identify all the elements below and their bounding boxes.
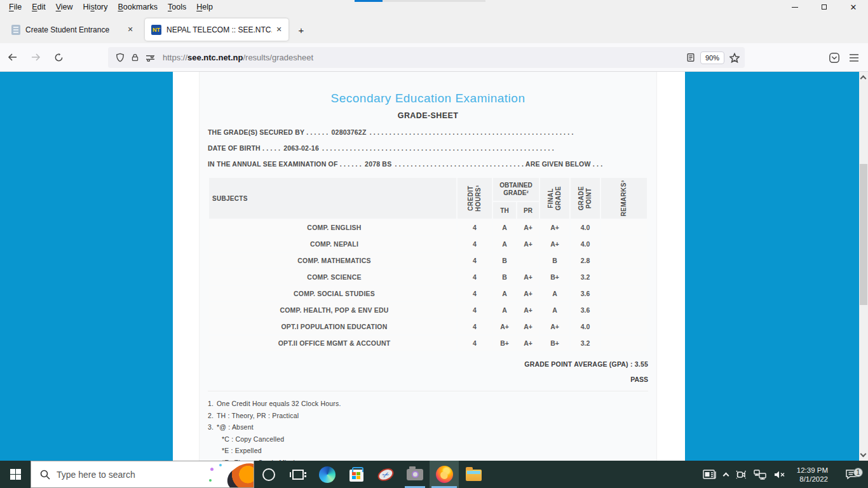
menu-file[interactable]: File [4,1,27,13]
symbol-number-value: 02803762Z [330,128,368,136]
gradesheet-card: Secondary Education Examination GRADE-SH… [199,72,657,461]
nt-favicon-icon: NT [151,25,161,35]
url-path: /results/gradesheet [243,53,313,62]
file-explorer-icon [466,470,482,481]
back-button[interactable] [3,47,23,67]
search-icon [40,470,50,480]
snipping-tool-button[interactable]: ✂ [371,461,400,488]
info-line-symbol-number: THE GRADE(S) SECURED BY . . . . . . 0280… [208,128,648,136]
restore-button[interactable] [810,0,839,14]
table-row: COMP. ENGLISH4AA+A+4.0 [209,220,647,235]
file-explorer-button[interactable] [459,461,488,488]
menu-edit[interactable]: Edit [27,1,51,13]
page-background: Secondary Education Examination GRADE-SH… [173,72,685,461]
minimize-button[interactable] [780,0,810,14]
url-display[interactable]: https://see.ntc.net.np/results/gradeshee… [163,53,313,62]
vertical-scrollbar[interactable] [859,72,868,461]
taskbar-search[interactable] [31,461,254,488]
table-row: OPT.II OFFICE MGMT & ACCOUNT4B+A+B+3.2 [209,336,647,351]
gpa-value: 3.55 [635,360,648,368]
note-line: 2.TH : Theory, PR : Practical [208,410,648,422]
camera-icon [407,469,423,480]
exam-year-value: 2078 BS [363,160,393,168]
col-header-pr: PR [517,202,539,219]
menu-history[interactable]: History [78,1,113,13]
zoom-level-button[interactable]: 90% [700,51,724,64]
start-button[interactable] [0,461,31,488]
footnotes: 1.One Credit Hour equals 32 Clock Hours.… [208,398,648,461]
col-header-th: TH [493,202,516,219]
tray-time: 12:39 PM [797,466,828,475]
menu-view[interactable]: View [51,1,78,13]
page-favicon-icon [11,25,20,35]
forward-arrow-icon [31,52,41,62]
meet-now-icon[interactable] [735,470,747,480]
pocket-icon[interactable] [829,52,840,64]
microsoft-store-button[interactable] [342,461,371,488]
notification-badge: 1 [853,468,863,477]
info-line-dob: DATE OF BIRTH . . . . . 2063-02-16 . . .… [208,144,648,152]
snipping-tool-icon: ✂ [376,466,395,483]
firefox-icon [436,466,453,483]
network-icon[interactable] [754,470,766,480]
tray-date: 8/1/2022 [797,475,828,484]
tab-close-icon[interactable]: ✕ [123,23,137,37]
edge-icon [319,466,336,483]
permissions-icon[interactable] [146,53,155,62]
forward-button[interactable] [25,47,46,67]
col-header-grade-point: GRADE POINT [571,178,600,219]
news-widgets-icon[interactable] [703,469,717,480]
new-tab-button[interactable]: + [294,22,309,37]
action-center-button[interactable]: 1 [839,469,864,480]
camera-button[interactable] [400,461,430,488]
url-bar[interactable]: https://see.ntc.net.np/results/gradeshee… [108,47,745,68]
reader-mode-icon[interactable] [686,53,695,62]
table-row: COMP. MATHEMATICS4BB2.8 [209,253,647,268]
tray-expand-icon[interactable] [722,472,729,478]
tab-nepal-telecom-active[interactable]: NT NEPAL TELECOM :: SEE.NTC.NET ✕ [145,18,288,41]
lock-icon[interactable] [131,53,139,62]
urlbar-actions: 90% [686,51,740,64]
search-box-art [209,461,254,487]
result-status: PASS [208,376,648,383]
table-row: COMP. SCIENCE4BA+B+3.2 [209,269,647,285]
firefox-button[interactable] [430,461,459,488]
gpa-line: GRADE POINT AVERAGE (GPA) : 3.55 [208,360,648,368]
window-titlebar: File Edit View History Bookmarks Tools H… [0,0,868,14]
close-button[interactable]: ✕ [839,0,868,14]
reload-icon [54,53,64,62]
tab-create-student-entrance[interactable]: Create Student Entrance ✕ [5,18,140,41]
back-arrow-icon [8,52,18,62]
task-view-button[interactable] [283,461,313,488]
url-host: see.ntc.net.np [187,53,243,62]
grades-table: SUBJECTS CREDIT HOURS¹ OBTAINED GRADE² F… [208,177,648,352]
scrollbar-thumb[interactable] [860,164,867,305]
dob-value: 2063-02-16 [282,144,320,152]
menubar: File Edit View History Bookmarks Tools H… [4,1,218,13]
col-header-obtained-grade: OBTAINED GRADE² [493,178,539,201]
url-scheme: https:// [163,53,187,62]
menu-bookmarks[interactable]: Bookmarks [113,1,163,13]
cortana-button[interactable] [254,461,283,488]
bookmark-star-icon[interactable] [729,53,740,63]
tab-close-icon[interactable]: ✕ [272,23,286,37]
divider [208,391,648,391]
clock[interactable]: 12:39 PM 8/1/2022 [793,466,832,484]
menu-tools[interactable]: Tools [163,1,191,13]
note-line: 1.One Credit Hour equals 32 Clock Hours. [208,398,648,410]
scroll-up-icon[interactable] [860,76,867,82]
info-line-exam-year: IN THE ANNUAL SEE EXAMINATION OF . . . .… [208,160,648,168]
tab-bar: Create Student Entrance ✕ NT NEPAL TELEC… [0,14,868,43]
shield-icon[interactable] [116,53,125,62]
hamburger-menu-icon[interactable] [849,53,859,62]
reload-button[interactable] [48,47,69,67]
scroll-down-icon[interactable] [860,451,867,458]
col-header-remarks: REMARKS³ [601,178,647,219]
note-line: 3.*E : Expelled [208,445,648,457]
edge-button[interactable] [313,461,342,488]
volume-muted-icon[interactable] [773,470,786,480]
windows-taskbar: ✂ 12:39 PM 8/1/2022 1 [0,461,868,488]
menu-help[interactable]: Help [191,1,218,13]
browser-viewport: Secondary Education Examination GRADE-SH… [0,72,859,461]
search-input[interactable] [57,470,196,480]
